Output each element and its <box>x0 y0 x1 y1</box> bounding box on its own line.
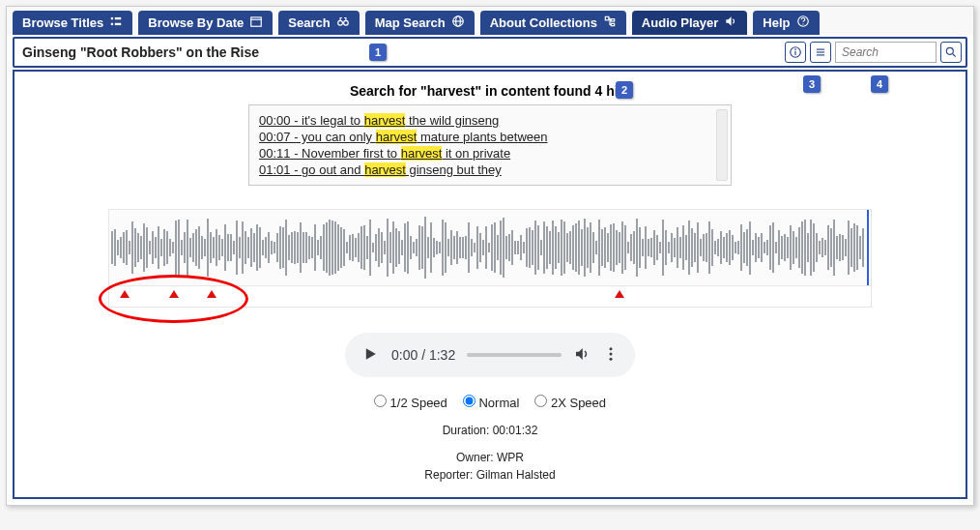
search-hits-box: 00:00 - it's legal to harvest the wild g… <box>248 104 732 186</box>
seek-track[interactable] <box>467 353 562 357</box>
tab-label: About Collections <box>490 15 597 30</box>
tab-about-collections[interactable]: About Collections <box>480 11 626 35</box>
title-bar: Ginseng "Root Robbers" on the Rise 1 <box>13 37 967 68</box>
sound-icon <box>724 15 737 31</box>
page-title: Ginseng "Root Robbers" on the Rise <box>22 44 259 60</box>
tab-browse-titles[interactable]: Browse Titles <box>13 11 132 35</box>
audio-player: 0:00 / 1:32 <box>345 333 635 377</box>
player-time: 0:00 / 1:32 <box>391 347 455 363</box>
tree-icon <box>603 15 617 31</box>
tab-map-search[interactable]: Map Search <box>365 11 475 35</box>
list-icon <box>109 15 123 31</box>
calendar-icon <box>249 15 263 31</box>
tab-label: Map Search <box>375 15 446 30</box>
content-frame: 3 4 Search for "harvest" in content foun… <box>13 70 967 499</box>
svg-point-25 <box>610 352 613 355</box>
svg-point-6 <box>337 20 342 25</box>
waveform[interactable] <box>108 209 872 286</box>
info-button[interactable] <box>785 42 806 63</box>
svg-rect-13 <box>611 23 615 25</box>
svg-rect-1 <box>111 23 113 25</box>
tab-label: Browse By Date <box>148 15 244 30</box>
waveform-cursor[interactable] <box>867 210 869 285</box>
tab-label: Browse Titles <box>22 15 103 30</box>
list-button[interactable] <box>810 42 831 63</box>
svg-rect-11 <box>605 16 609 20</box>
tab-help[interactable]: Help <box>753 11 819 35</box>
svg-rect-2 <box>115 17 121 19</box>
svg-point-18 <box>795 49 796 50</box>
svg-point-15 <box>802 23 803 24</box>
hit-marker[interactable] <box>169 290 179 298</box>
marker-track <box>108 286 872 308</box>
svg-point-24 <box>610 347 613 350</box>
hit-marker[interactable] <box>615 290 624 298</box>
svg-rect-3 <box>115 23 121 25</box>
search-button[interactable] <box>940 42 962 63</box>
svg-rect-12 <box>611 19 615 21</box>
search-hit[interactable]: 00:00 - it's legal to harvest the wild g… <box>259 113 721 128</box>
search-hit[interactable]: 00:07 - you can only harvest mature plan… <box>259 130 721 144</box>
svg-point-22 <box>946 47 953 54</box>
tab-label: Help <box>763 15 790 30</box>
hit-marker[interactable] <box>207 290 216 298</box>
app-window: Browse TitlesBrowse By DateSearchMap Sea… <box>6 6 974 506</box>
meta-reporter: Reporter: Gilman Halsted <box>24 466 956 484</box>
waveform-area <box>108 209 872 308</box>
metadata: Duration: 00:01:32 Owner: WPR Reporter: … <box>24 422 956 484</box>
speed-option-normal[interactable]: Normal <box>463 396 520 410</box>
hit-marker[interactable] <box>120 290 130 298</box>
speed-controls: 1/2 Speed Normal 2X Speed <box>24 395 956 410</box>
svg-point-26 <box>610 357 613 360</box>
tab-audio-player[interactable]: Audio Player <box>632 11 747 35</box>
callout-2: 2 <box>616 81 633 99</box>
globe-icon <box>451 15 465 31</box>
time-total: 1:32 <box>429 347 455 363</box>
more-button[interactable] <box>602 345 620 366</box>
nav-tabs: Browse TitlesBrowse By DateSearchMap Sea… <box>7 7 973 35</box>
play-button[interactable] <box>360 344 380 367</box>
search-hit[interactable]: 01:01 - go out and harvest ginseng but t… <box>259 162 721 177</box>
search-results-heading: Search for "harvest" in content found 4 … <box>24 83 956 99</box>
tab-search[interactable]: Search <box>278 11 359 35</box>
callout-1: 1 <box>369 44 387 61</box>
tab-browse-by-date[interactable]: Browse By Date <box>138 11 273 35</box>
time-current: 0:00 <box>391 347 418 363</box>
svg-line-23 <box>953 54 956 57</box>
search-hit[interactable]: 00:11 - November first to harvest it on … <box>259 146 721 161</box>
speed-option-double[interactable]: 2X Speed <box>534 396 606 410</box>
svg-rect-4 <box>251 17 262 26</box>
binoculars-icon <box>336 15 350 31</box>
svg-rect-0 <box>111 17 113 19</box>
search-input[interactable] <box>835 42 937 63</box>
tab-label: Audio Player <box>642 15 718 30</box>
volume-button[interactable] <box>573 345 591 366</box>
meta-duration: Duration: 00:01:32 <box>24 422 956 439</box>
speed-option-half[interactable]: 1/2 Speed <box>374 396 447 410</box>
help-icon <box>796 15 810 31</box>
svg-point-7 <box>343 20 348 25</box>
meta-owner: Owner: WPR <box>24 449 956 466</box>
tab-label: Search <box>288 15 330 30</box>
